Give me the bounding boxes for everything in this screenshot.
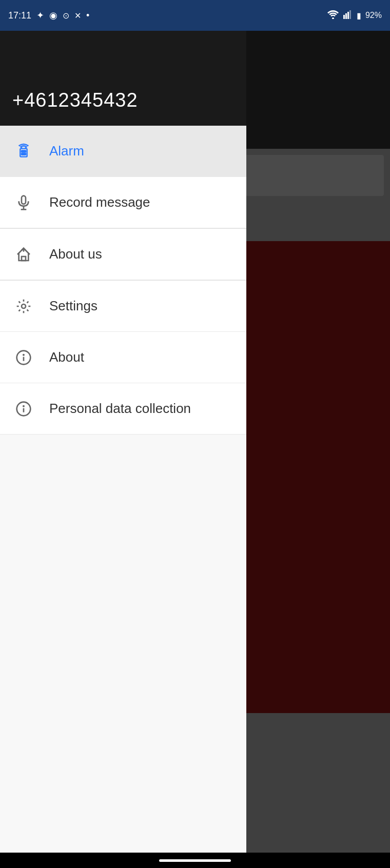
drawer-header: +4612345432 [0, 31, 246, 126]
status-bar-left: 17:11 ✦ ◉ ⊙ ✕ • [8, 10, 89, 21]
status-bar-right: ▮ 92% [327, 10, 382, 21]
battery-percent: 92% [365, 11, 382, 20]
menu-item-settings[interactable]: Settings [0, 281, 246, 332]
menu-label-record-message: Record message [49, 194, 150, 210]
svg-rect-8 [22, 195, 26, 204]
instagram-icon: ⊙ [63, 11, 69, 21]
drawer-empty-space [0, 435, 246, 868]
nav-indicator-bar [0, 853, 390, 868]
time-display: 17:11 [8, 10, 31, 21]
menu-item-about-us[interactable]: About us [0, 229, 246, 280]
menu-label-settings: Settings [49, 298, 98, 314]
menu-item-alarm[interactable]: Alarm [0, 126, 246, 177]
menu-label-about: About [49, 349, 84, 365]
x-icon: ✕ [74, 11, 81, 21]
svg-rect-11 [22, 257, 26, 261]
svg-rect-6 [22, 150, 26, 152]
status-bar: 17:11 ✦ ◉ ⊙ ✕ • ▮ 92% [0, 0, 390, 31]
svg-point-13 [22, 304, 26, 308]
info-icon [12, 346, 35, 369]
signal-icon [343, 10, 353, 21]
menu-item-personal-data[interactable]: Personal data collection [0, 383, 246, 435]
nav-drawer: +4612345432 Alarm [0, 31, 246, 868]
svg-rect-7 [22, 153, 26, 155]
slack-icon: ✦ [36, 10, 44, 21]
microphone-icon [12, 191, 35, 214]
menu-item-about[interactable]: About [0, 332, 246, 383]
home-indicator [159, 859, 231, 862]
info-circle-icon [12, 398, 35, 420]
about-us-icon [12, 243, 35, 266]
svg-rect-3 [347, 12, 349, 19]
menu-label-about-us: About us [49, 246, 102, 262]
svg-rect-4 [349, 10, 351, 19]
settings-icon [12, 295, 35, 318]
wifi-icon [327, 10, 339, 21]
drawer-phone: +4612345432 [12, 89, 138, 111]
alarm-icon [12, 140, 35, 163]
svg-rect-1 [343, 15, 345, 19]
battery-icon: ▮ [357, 11, 361, 21]
menu-label-alarm: Alarm [49, 143, 84, 159]
menu-label-personal-data: Personal data collection [49, 401, 191, 417]
svg-point-0 [332, 17, 334, 19]
svg-rect-2 [345, 13, 347, 19]
notification-icon-1: ◉ [49, 10, 57, 21]
menu-item-record-message[interactable]: Record message [0, 177, 246, 228]
dot-icon: • [86, 10, 89, 21]
